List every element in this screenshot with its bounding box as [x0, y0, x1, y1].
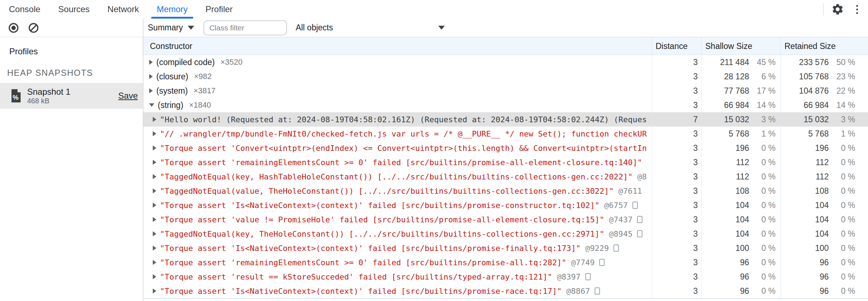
expand-arrow-icon[interactable]	[153, 131, 156, 136]
expand-arrow-icon[interactable]	[153, 188, 156, 193]
retained-size-value: 100	[815, 243, 829, 253]
tab-memory[interactable]: Memory	[151, 0, 193, 19]
expand-arrow-icon[interactable]	[149, 60, 153, 65]
shallow-size-percent: 0 %	[749, 229, 776, 239]
retained-size-cell: 1120 %	[781, 169, 868, 184]
svg-text:%: %	[12, 94, 18, 101]
object-box-icon[interactable]	[637, 216, 642, 223]
retained-size-percent: 0 %	[829, 158, 855, 167]
object-id: @7611	[619, 187, 642, 196]
table-row[interactable]: (compiled code)×35203211 48445 %233 5765…	[143, 55, 868, 69]
sidebar-item-snapshot-1[interactable]: % Snapshot 1 468 kB Save	[0, 83, 143, 109]
instance-count: ×3817	[193, 86, 216, 95]
tab-profiler[interactable]: Profiler	[200, 0, 238, 19]
object-box-icon[interactable]	[595, 287, 600, 295]
expand-arrow-icon[interactable]	[153, 260, 156, 265]
expand-arrow-icon[interactable]	[153, 174, 156, 179]
expand-arrow-icon[interactable]	[153, 217, 156, 222]
table-row[interactable]: (closure)×982328 1286 %105 76823 %	[143, 69, 868, 84]
shallow-size-value: 100	[736, 243, 749, 253]
column-header-distance[interactable]: Distance	[652, 38, 701, 55]
column-header-shallow-size[interactable]: Shallow Size	[701, 38, 781, 55]
constructor-label: "Torque assert 'Convert<uintptr>(endInde…	[160, 144, 647, 153]
constructor-cell: (compiled code)×3520	[143, 55, 652, 69]
save-snapshot-link[interactable]: Save	[118, 91, 138, 101]
constructor-label: "Torque assert 'Is<NativeContext>(contex…	[160, 244, 581, 253]
distance-value: 3	[693, 129, 698, 139]
distance-cell: 3	[652, 141, 701, 155]
more-menu-button[interactable]	[849, 1, 865, 18]
shallow-size-value: 66 984	[724, 100, 749, 110]
expand-arrow-icon[interactable]	[153, 288, 156, 293]
expand-arrow-icon[interactable]	[153, 145, 156, 150]
snapshot-size: 468 kB	[27, 97, 118, 105]
kebab-menu-icon	[856, 5, 858, 14]
retained-size-value: 96	[819, 258, 829, 267]
table-row[interactable]: "Torque assert 'Is<NativeContext>(contex…	[143, 284, 868, 298]
grid-header: Constructor Distance Shallow Size Retain…	[143, 37, 868, 55]
collapse-arrow-icon[interactable]	[149, 103, 154, 107]
expand-arrow-icon[interactable]	[149, 88, 153, 93]
objects-scope-select[interactable]: All objects	[296, 23, 445, 33]
distance-cell: 3	[652, 212, 701, 227]
table-row[interactable]: "Torque assert 'remainingElementsCount >…	[143, 255, 868, 270]
column-header-retained-size[interactable]: Retained Size	[781, 38, 868, 55]
table-row[interactable]: "TaggedNotEqual(value, TheHoleConstant()…	[143, 184, 868, 198]
tab-console[interactable]: Console	[4, 0, 46, 19]
retained-size-cell: 66 98414 %	[781, 98, 868, 112]
constructor-label: "Torque assert 'remainingElementsCount >…	[160, 258, 566, 267]
table-row[interactable]: (system)×3817377 76817 %104 87622 %	[143, 84, 868, 98]
table-row[interactable]: "TaggedNotEqual(key, HashTableHoleConsta…	[143, 169, 868, 184]
record-heap-snapshot-button[interactable]	[6, 21, 21, 35]
constructor-cell: "Torque assert 'value != PromiseHole' fa…	[143, 212, 652, 227]
table-row[interactable]: "Torque assert 'Is<NativeContext>(contex…	[143, 241, 868, 255]
expand-arrow-icon[interactable]	[153, 117, 156, 122]
table-row[interactable]: "Torque assert 'remainingElementsCount >…	[143, 155, 868, 169]
distance-value: 3	[693, 143, 698, 153]
shallow-size-value: 5 768	[728, 129, 749, 139]
retained-size-percent: 0 %	[829, 215, 855, 224]
snapshot-main-panel: Summary All objects Constructor Distance…	[143, 19, 868, 301]
settings-button[interactable]	[829, 1, 846, 18]
table-row[interactable]: "Torque assert 'Is<NativeContext>(contex…	[143, 198, 868, 212]
object-box-icon[interactable]	[585, 273, 591, 280]
table-row[interactable]: "Torque assert 'result == kStoreSucceded…	[143, 270, 868, 284]
constructor-label: (string)	[158, 100, 183, 110]
distance-cell: 3	[652, 127, 701, 141]
retained-size-value: 104	[815, 229, 829, 239]
tabbar-divider	[823, 3, 824, 15]
shallow-size-value: 96	[740, 286, 749, 296]
object-id: @7749	[571, 258, 595, 267]
table-row[interactable]: "Hello world! (Requested at: 2024-08-19T…	[143, 112, 868, 127]
retained-size-cell: 1040 %	[781, 198, 868, 212]
object-box-icon[interactable]	[599, 259, 605, 266]
expand-arrow-icon[interactable]	[153, 203, 156, 208]
object-box-icon[interactable]	[632, 202, 638, 209]
table-row[interactable]: "// .wrangler/tmp/bundle-FmNIt0/checked-…	[143, 127, 868, 141]
distance-value: 3	[693, 215, 698, 224]
shallow-size-percent: 0 %	[749, 272, 776, 282]
object-box-icon[interactable]	[637, 230, 642, 237]
perspective-select[interactable]: Summary	[148, 23, 194, 33]
expand-arrow-icon[interactable]	[153, 160, 156, 165]
shallow-size-cell: 15 0323 %	[701, 112, 781, 127]
tab-network[interactable]: Network	[102, 0, 144, 19]
expand-arrow-icon[interactable]	[153, 231, 156, 236]
clear-profiles-button[interactable]	[26, 21, 41, 35]
column-header-constructor[interactable]: Constructor	[143, 38, 652, 55]
distance-cell: 3	[652, 270, 701, 284]
expand-arrow-icon[interactable]	[153, 246, 156, 251]
distance-value: 3	[693, 286, 698, 296]
table-row[interactable]: (string)×1840366 98414 %66 98414 %	[143, 98, 868, 112]
table-row[interactable]: "Torque assert 'Convert<uintptr>(endInde…	[143, 141, 868, 155]
table-row[interactable]: "TaggedNotEqual(key, TheHoleConstant()) …	[143, 227, 868, 241]
tab-sources[interactable]: Sources	[53, 0, 95, 19]
retained-size-cell: 1040 %	[781, 212, 868, 227]
table-row[interactable]: "Torque assert 'value != PromiseHole' fa…	[143, 212, 868, 227]
retained-size-value: 104	[815, 215, 829, 224]
class-filter-input[interactable]	[203, 20, 287, 35]
object-box-icon[interactable]	[614, 245, 619, 252]
expand-arrow-icon[interactable]	[153, 274, 156, 279]
expand-arrow-icon[interactable]	[149, 74, 153, 79]
shallow-size-percent: 3 %	[749, 115, 776, 124]
